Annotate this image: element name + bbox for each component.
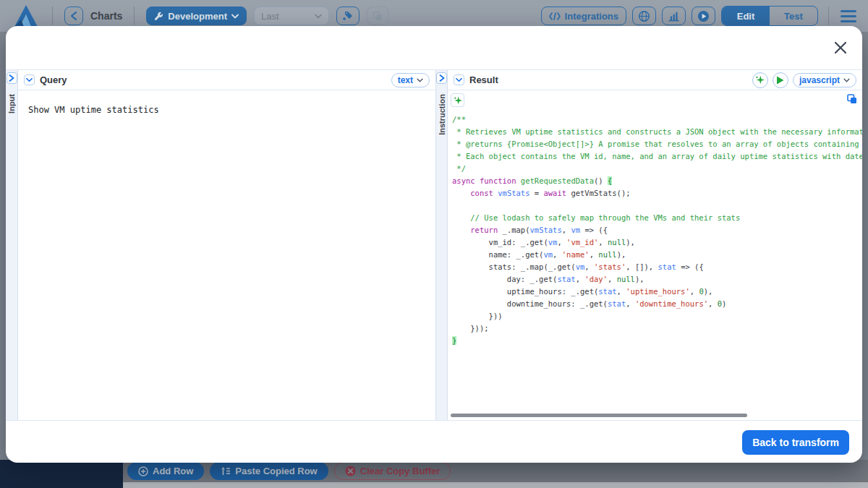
code-line: return _.map(vmStats, vm => ({: [452, 224, 862, 236]
code-line: uptime_hours: _.get(stat, 'uptime_hours'…: [452, 286, 862, 298]
collapse-query-button[interactable]: [24, 74, 35, 85]
chart-button[interactable]: [662, 7, 686, 25]
code-token: ,: [608, 275, 617, 283]
tag-plus-icon: [342, 10, 354, 22]
code-line: * @returns {Promise<Object[]>} A promise…: [452, 138, 862, 150]
run-code-button[interactable]: [773, 72, 788, 88]
code-line: const vmStats = await getVmStats();: [452, 187, 862, 200]
code-lines: /** * Retrieves VM uptime statistics and…: [448, 90, 862, 347]
globe-icon: [638, 10, 650, 22]
code-token: /**: [452, 115, 466, 124]
expand-input-button[interactable]: [7, 72, 17, 84]
code-token: name: _.get(: [452, 250, 543, 259]
code-token: downtime_hours: _.get(: [452, 299, 608, 308]
code-token: * Retrieves VM uptime statistics and con…: [452, 127, 862, 136]
copy-code-button[interactable]: [847, 94, 857, 104]
app-footer-strip: [0, 482, 868, 488]
code-token: (): [594, 176, 608, 185]
code-line: */: [452, 163, 862, 175]
topbar-divider: [52, 7, 53, 25]
code-token: * @returns {Promise<Object[]>} A promise…: [452, 140, 862, 148]
code-token: ),: [626, 238, 635, 247]
tab-edit[interactable]: Edit: [722, 7, 770, 25]
inline-ai-button[interactable]: [451, 93, 464, 107]
paste-copied-row-label: Paste Copied Row: [235, 466, 317, 476]
code-token: [452, 226, 470, 234]
code-token: */: [452, 164, 466, 173]
clear-copy-buffer-button[interactable]: Clear Copy Buffer: [334, 462, 451, 480]
globe-button[interactable]: [632, 7, 656, 25]
code-line: downtime_hours: _.get(stat, 'downtime_ho…: [452, 298, 862, 310]
code-line: // Use lodash to safely map through the …: [452, 212, 862, 224]
code-token: stat: [557, 275, 575, 283]
editor-content: Input Query text Show VM uptime statisti…: [6, 69, 862, 421]
tab-test[interactable]: Test: [770, 7, 817, 25]
chevron-down-icon: [26, 77, 33, 82]
code-token: getVmStats();: [566, 189, 631, 197]
close-button[interactable]: [832, 39, 849, 56]
bar-chart-icon: [668, 11, 680, 22]
code-token: }: [452, 336, 456, 345]
code-token: null: [617, 275, 635, 283]
code-token: ),: [617, 250, 626, 259]
horizontal-scrollbar[interactable]: [451, 414, 747, 417]
result-panel: Result javascript: [448, 70, 862, 420]
clear-copy-buffer-label: Clear Copy Buffer: [360, 466, 441, 476]
paste-copied-row-button[interactable]: Paste Copied Row: [210, 462, 328, 480]
code-token: }));: [452, 324, 489, 333]
chevron-left-icon: [70, 12, 77, 20]
code-token: vmStats: [498, 189, 529, 197]
code-token: 'uptime_hours': [626, 287, 690, 296]
code-token: [452, 189, 470, 197]
code-token: })): [452, 312, 503, 320]
code-token: getRequestedData: [521, 176, 594, 185]
close-icon: [834, 41, 847, 54]
result-language-dropdown[interactable]: javascript: [793, 73, 856, 87]
integrations-button[interactable]: Integrations: [541, 7, 626, 25]
query-type-dropdown[interactable]: text: [391, 73, 430, 87]
code-token: ,: [562, 226, 571, 234]
code-token: 'name': [562, 250, 590, 259]
environment-label: Development: [168, 11, 227, 22]
query-panel-title: Query: [40, 74, 67, 85]
chevron-right-icon: [439, 74, 445, 82]
code-token: ,: [576, 275, 585, 283]
code-token: vm: [543, 250, 553, 259]
menu-button[interactable]: [839, 7, 858, 25]
chevron-down-icon: [315, 14, 322, 19]
expand-instruction-button[interactable]: [436, 72, 447, 84]
input-strip-label: Input: [7, 94, 16, 114]
table-footer-actions: Add Row Paste Copied Row Clear Copy Buff…: [127, 462, 451, 480]
code-editor[interactable]: /** * Retrieves VM uptime statistics and…: [448, 90, 862, 420]
environment-dropdown[interactable]: Development: [146, 7, 247, 25]
result-panel-header: Result javascript: [448, 70, 862, 90]
code-token: stat: [598, 287, 616, 296]
code-token: => ({: [676, 262, 704, 271]
code-token: ,: [557, 238, 566, 247]
collapse-result-button[interactable]: [454, 74, 464, 85]
code-token: vm_id: _.get(: [452, 238, 548, 247]
ai-generate-button[interactable]: [752, 72, 768, 88]
play-circle-icon: [697, 10, 710, 22]
run-button[interactable]: [692, 7, 715, 25]
copy-icon: [373, 11, 383, 21]
copy-disabled-button[interactable]: [367, 7, 388, 25]
code-line: vm_id: _.get(vm, 'vm_id', null),: [452, 236, 862, 249]
chevron-down-icon: [231, 14, 239, 19]
code-token: ),: [635, 275, 644, 283]
add-tag-button[interactable]: [336, 7, 359, 25]
back-to-transform-button[interactable]: Back to transform: [742, 430, 849, 455]
code-token: function: [480, 176, 516, 185]
add-row-button[interactable]: Add Row: [127, 462, 204, 480]
app-logo: [12, 4, 41, 28]
instruction-strip: Instruction: [435, 70, 448, 420]
code-token: null: [608, 238, 626, 247]
result-language-value: javascript: [799, 75, 840, 85]
code-token: async: [452, 176, 475, 185]
code-token: const: [470, 189, 493, 197]
code-token: ,: [553, 250, 562, 259]
back-button[interactable]: [64, 7, 83, 25]
last-dropdown[interactable]: Last: [254, 7, 329, 25]
query-editor[interactable]: Show VM uptime statistics: [18, 90, 435, 420]
code-token: ,: [590, 250, 599, 259]
